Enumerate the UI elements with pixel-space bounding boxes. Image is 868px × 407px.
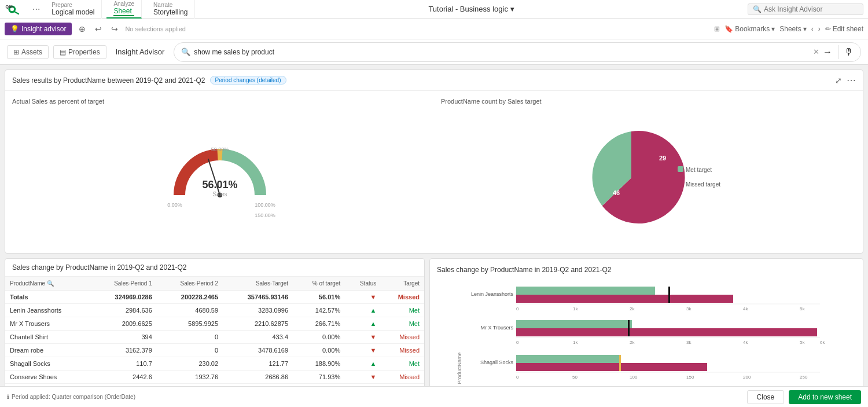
svg-rect-19 — [516, 295, 733, 303]
gauge-svg: 56.01% Sales 0.00% 50.00% 100.00% 150.00… — [150, 131, 289, 224]
props-icon: ▤ — [60, 48, 66, 56]
search-clear-button[interactable]: ✕ — [813, 47, 819, 56]
svg-text:100: 100 — [630, 375, 638, 380]
svg-text:3k: 3k — [686, 306, 692, 311]
table-row: Chantell Shirt 394 0 433.4 0.00% ▼ Misse… — [5, 331, 424, 344]
svg-text:Mr X Trousers: Mr X Trousers — [480, 325, 513, 331]
nav-search-box[interactable]: 🔍 — [748, 3, 863, 15]
nav-analyze[interactable]: Analyze Sheet — [106, 0, 142, 19]
gauge-chart-section: Actual Sales as percent of target — [5, 91, 434, 253]
result-header: Sales results by ProductName between 201… — [5, 70, 863, 91]
sheets-button[interactable]: Sheets ▾ — [779, 25, 806, 33]
search-go-button[interactable]: → — [823, 47, 832, 57]
svg-text:0.00%: 0.00% — [167, 202, 182, 208]
svg-text:4k: 4k — [743, 306, 748, 311]
main-content: Sales results by ProductName between 201… — [0, 65, 868, 386]
nav-next-button[interactable]: › — [818, 25, 821, 33]
svg-text:Met target: Met target — [686, 167, 712, 173]
assets-button[interactable]: ⊞ Assets — [7, 45, 49, 59]
result-title: Sales results by ProductName between 201… — [12, 76, 205, 85]
toolbar-right: ⊞ 🔖 Bookmarks ▾ Sheets ▾ ‹ › ✏ Edit shee… — [714, 25, 863, 33]
svg-text:250: 250 — [800, 375, 808, 380]
expand-icon[interactable]: ⤢ — [835, 76, 842, 85]
svg-rect-31 — [628, 320, 630, 336]
svg-text:Qlik: Qlik — [6, 4, 14, 9]
nav-search-icon: 🔍 — [753, 5, 762, 13]
bar-chart-section: Sales change by ProductName in 2019-Q2 a… — [429, 258, 863, 386]
redo-icon[interactable]: ↪ — [109, 23, 120, 35]
svg-rect-43 — [619, 355, 621, 371]
svg-text:4k: 4k — [743, 340, 748, 345]
qlik-logo: Qlik — [5, 3, 23, 15]
gauge-pct-text: 56.01% — [202, 179, 237, 190]
edit-sheet-button[interactable]: ✏ Edit sheet — [825, 25, 863, 33]
table-row: Lenin Jeansshorts 2984.636 4680.59 3283.… — [5, 304, 424, 317]
insight-advisor-button[interactable]: 💡 Insight advisor — [5, 23, 72, 35]
svg-text:2k: 2k — [630, 340, 635, 345]
pie-chart-section: ProductName count by Sales target 46 29 — [434, 91, 863, 253]
svg-text:150.00%: 150.00% — [255, 212, 275, 218]
svg-text:0: 0 — [516, 306, 519, 311]
table-section-header: Sales change by ProductName in 2019-Q2 a… — [5, 259, 424, 277]
svg-text:50: 50 — [572, 375, 578, 380]
search-divider — [838, 45, 838, 59]
charts-row: Actual Sales as percent of target — [5, 91, 863, 253]
svg-text:Shagall Socks: Shagall Socks — [480, 360, 514, 365]
search-box[interactable]: 🔍 ✕ → 🎙 — [174, 42, 861, 62]
search-input[interactable] — [194, 48, 810, 56]
svg-text:ProductName: ProductName — [457, 352, 462, 384]
table-row: Mr X Trousers 2009.6625 5895.9925 2210.6… — [5, 317, 424, 331]
svg-text:50.00%: 50.00% — [211, 146, 229, 152]
nav-more-icon[interactable]: ··· — [32, 4, 40, 14]
app-title[interactable]: Tutorial - Business logic ▾ — [428, 5, 514, 13]
totals-target: 357465.93146 — [223, 291, 293, 304]
search-icon: 🔍 — [181, 47, 190, 56]
table-row: Conserve Shoes 2442.6 1932.76 2686.86 71… — [5, 371, 424, 384]
svg-line-2 — [14, 12, 19, 14]
pie-container: 46 29 Met target Missed target — [441, 109, 856, 246]
bar-chart-title: Sales change by ProductName in 2019-Q2 a… — [437, 266, 856, 274]
properties-button[interactable]: ▤ Properties — [53, 45, 106, 59]
svg-text:5k: 5k — [800, 340, 805, 345]
bar-chart-svg: ProductName Lenin Jeansshorts 0 1k 2k 3k… — [437, 278, 856, 386]
search-mic-button[interactable]: 🎙 — [844, 47, 854, 57]
svg-rect-12 — [678, 166, 683, 172]
pie-chart-title: ProductName count by Sales target — [441, 98, 856, 105]
svg-rect-18 — [516, 287, 655, 295]
col-header-target2: Target — [381, 277, 424, 291]
nav-narrate[interactable]: Narrate Storytelling — [146, 0, 195, 19]
bookmarks-button[interactable]: 🔖 Bookmarks ▾ — [724, 25, 775, 33]
top-nav: Qlik ··· Prepare Logical model Analyze S… — [0, 0, 868, 19]
totals-period2: 200228.2465 — [157, 291, 223, 304]
svg-text:1k: 1k — [573, 340, 578, 345]
search-area: ⊞ Assets ▤ Properties Insight Advisor 🔍 … — [0, 39, 868, 65]
svg-text:Lenin Jeansshorts: Lenin Jeansshorts — [471, 291, 514, 297]
totals-name: Totals — [5, 291, 90, 304]
undo-icon[interactable]: ↩ — [93, 23, 104, 35]
table-section-title: Sales change by ProductName in 2019-Q2 a… — [12, 263, 187, 272]
sales-table: ProductName 🔍 Sales-Period 1 Sales-Perio… — [5, 277, 424, 386]
more-options-icon[interactable]: ⋯ — [847, 75, 856, 86]
toolbar: 💡 Insight advisor ⊕ ↩ ↪ No selections ap… — [0, 19, 868, 39]
gauge-sub-text: Sales — [212, 191, 227, 197]
insight-advisor-label: Insight Advisor — [111, 47, 165, 56]
search-column-button[interactable]: 🔍 — [47, 280, 54, 287]
nav-search-input[interactable] — [764, 5, 856, 13]
grid-view-button[interactable]: ⊞ — [714, 25, 720, 33]
grid-icon: ⊞ — [13, 48, 19, 56]
svg-rect-41 — [516, 355, 620, 363]
col-header-period1: Sales-Period 1 — [90, 277, 156, 291]
svg-text:29: 29 — [659, 155, 666, 162]
col-header-status: Status — [345, 277, 381, 291]
bottom-section: Sales change by ProductName in 2019-Q2 a… — [5, 258, 863, 386]
col-header-pct: % of target — [293, 277, 345, 291]
svg-text:3k: 3k — [686, 340, 692, 345]
nav-prepare[interactable]: Prepare Logical model — [45, 0, 102, 19]
gauge-chart-title: Actual Sales as percent of target — [12, 98, 427, 105]
svg-text:100.00%: 100.00% — [255, 202, 275, 208]
svg-rect-20 — [668, 287, 670, 303]
smart-search-icon[interactable]: ⊕ — [76, 23, 88, 35]
svg-text:Missed target: Missed target — [686, 181, 720, 188]
totals-period1: 324969.0286 — [90, 291, 156, 304]
nav-prev-button[interactable]: ‹ — [811, 25, 814, 33]
